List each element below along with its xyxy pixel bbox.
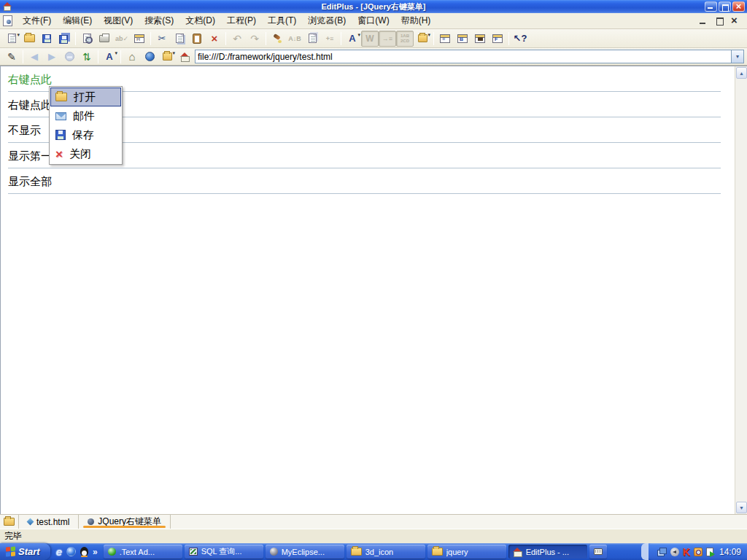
qq-penguin-icon[interactable]: [80, 547, 88, 556]
menu-window[interactable]: 窗口(W): [352, 13, 395, 28]
home-icon[interactable]: ⌂: [123, 49, 141, 65]
duplicate-icon[interactable]: [303, 31, 321, 47]
taskbtn-editplus[interactable]: EditPlus - ...: [508, 545, 587, 559]
menu-help[interactable]: 帮助(H): [395, 13, 437, 28]
volume-icon[interactable]: [670, 548, 679, 556]
save-all-icon[interactable]: [55, 31, 73, 47]
new-file-icon[interactable]: ▾: [3, 31, 20, 47]
horizontal-rule: [8, 193, 721, 194]
print-icon[interactable]: [96, 31, 113, 47]
undo-icon[interactable]: ↶: [228, 31, 246, 47]
scroll-up-icon[interactable]: ▲: [736, 67, 747, 79]
tab-jquery-context-menu[interactable]: JQuery右键菜单: [79, 515, 171, 529]
taskbtn-3d-icon[interactable]: 3d_icon: [347, 545, 425, 559]
menu-document[interactable]: 文档(D): [179, 13, 221, 28]
directory-window-icon[interactable]: B: [454, 31, 471, 47]
vertical-scrollbar[interactable]: ▲ ▼: [735, 66, 747, 514]
close-button[interactable]: [732, 1, 745, 12]
keyboard-icon: [594, 548, 603, 555]
taskbtn-myeclipse[interactable]: MyEclipse...: [266, 545, 344, 559]
document-window-icon[interactable]: [3, 15, 12, 26]
spell-check-icon[interactable]: ab✓: [113, 31, 131, 47]
menu-file[interactable]: 文件(F): [17, 13, 57, 28]
tab-folder-icon[interactable]: [0, 515, 19, 529]
indent-icon[interactable]: +≡: [321, 31, 338, 47]
print-preview-icon[interactable]: [78, 31, 96, 47]
menu-search[interactable]: 搜索(S): [139, 13, 179, 28]
document-play-icon[interactable]: [706, 548, 713, 556]
mdi-close-button[interactable]: [731, 17, 740, 25]
mdi-restore-button[interactable]: [715, 17, 724, 25]
context-help-icon[interactable]: ↖?: [511, 31, 529, 47]
toolbar-separator: [75, 32, 76, 45]
taskbtn-jquery[interactable]: jquery: [427, 545, 506, 559]
paste-icon[interactable]: [188, 31, 206, 47]
text-size-icon[interactable]: A▾: [101, 49, 118, 65]
menu-bar: 文件(F) 编辑(E) 视图(V) 搜索(S) 文档(D) 工程(P) 工具(T…: [0, 13, 747, 29]
document-tab-bar: test.html JQuery右键菜单: [0, 514, 747, 529]
refresh-icon[interactable]: ⇅: [78, 49, 96, 65]
edit-source-icon[interactable]: ✎: [3, 49, 20, 65]
minimize-button[interactable]: [705, 1, 717, 12]
globe-icon: [88, 518, 94, 525]
cliptext-icon[interactable]: ≡: [436, 31, 454, 47]
word-wrap-icon[interactable]: W: [361, 31, 379, 47]
menu-project[interactable]: 工程(P): [221, 13, 262, 28]
address-input[interactable]: [195, 50, 732, 63]
open-in-browser-icon[interactable]: [176, 49, 193, 65]
context-menu-item-open[interactable]: 打开: [50, 88, 121, 106]
search-icon[interactable]: [141, 49, 158, 65]
function-list-icon[interactable]: F: [489, 31, 506, 47]
cut-icon[interactable]: ✂: [153, 31, 171, 47]
output-window-icon[interactable]: [471, 31, 489, 47]
tray-clock[interactable]: 14:09: [717, 547, 741, 557]
redo-icon[interactable]: ↷: [246, 31, 263, 47]
chevron-icon[interactable]: »: [93, 547, 98, 557]
scroll-down-icon[interactable]: ▼: [736, 502, 747, 513]
media-player-icon[interactable]: [66, 547, 76, 556]
input-method-button[interactable]: [589, 545, 607, 559]
context-menu-item-close[interactable]: × 关闭: [50, 144, 121, 163]
ie-icon[interactable]: e: [56, 546, 62, 557]
network-icon[interactable]: [657, 548, 667, 556]
menu-tools[interactable]: 工具(T): [262, 13, 302, 28]
windows-taskbar: Start e » .Text Ad... SQL 查询... MyEclips…: [0, 543, 747, 560]
menu-edit[interactable]: 编辑(E): [57, 13, 98, 28]
delete-icon[interactable]: ×: [206, 31, 223, 47]
editplus-icon: [513, 548, 522, 556]
forward-icon[interactable]: ▶: [43, 49, 61, 65]
browser-open-icon[interactable]: ▾: [414, 31, 431, 47]
tab-test-html[interactable]: test.html: [19, 515, 79, 529]
windows-flag-icon: [6, 547, 15, 557]
search-tool-icon[interactable]: [694, 548, 703, 556]
favorites-folder-icon[interactable]: ▾: [158, 49, 176, 65]
save-icon[interactable]: [38, 31, 55, 47]
toolbar-separator: [150, 32, 151, 45]
content-line-rightclick-green[interactable]: 右键点此: [8, 72, 721, 87]
address-dropdown-icon[interactable]: ▾: [732, 50, 744, 63]
toolbar-separator: [120, 50, 121, 63]
task-button-group: .Text Ad... SQL 查询... MyEclipse... 3d_ic…: [104, 545, 646, 559]
font-icon[interactable]: A▾: [344, 31, 361, 47]
back-icon[interactable]: ◀: [26, 49, 43, 65]
restore-button[interactable]: [719, 1, 731, 12]
stop-icon[interactable]: [61, 49, 78, 65]
taskbtn-text-ad[interactable]: .Text Ad...: [104, 545, 182, 559]
html-toolbar-icon[interactable]: H: [131, 31, 148, 47]
copy-icon[interactable]: [171, 31, 188, 47]
kaspersky-icon[interactable]: K: [683, 547, 690, 557]
content-line-show-all[interactable]: 显示全部: [8, 174, 721, 189]
taskbtn-sql-query[interactable]: SQL 查询...: [185, 545, 263, 559]
menu-browser[interactable]: 浏览器(B): [302, 13, 352, 28]
open-file-icon[interactable]: [20, 31, 38, 47]
menu-view[interactable]: 视图(V): [98, 13, 139, 28]
mdi-minimize-button[interactable]: [699, 17, 708, 25]
tab-stop-icon[interactable]: →≡: [379, 31, 396, 47]
line-number-icon[interactable]: 1AB2CD: [396, 31, 414, 47]
start-button[interactable]: Start: [0, 543, 50, 560]
context-menu-item-save[interactable]: 保存: [50, 125, 121, 144]
browser-toolbar: ✎ ◀ ▶ ⇅ A▾ ⌂ ▾ ▾: [0, 48, 747, 66]
context-menu-item-mail[interactable]: 邮件: [50, 106, 121, 125]
highlight-icon[interactable]: [268, 31, 286, 47]
sort-icon[interactable]: A↓B: [286, 31, 303, 47]
